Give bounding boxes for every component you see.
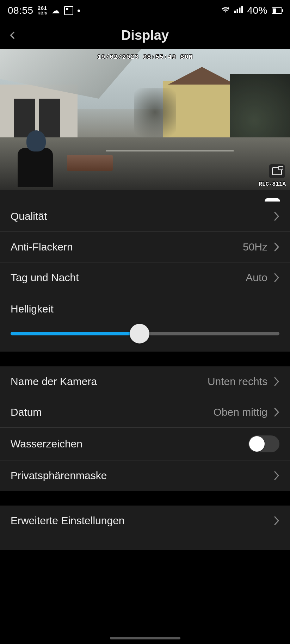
battery-percent: 40% <box>247 5 267 16</box>
osd-timestamp: 19/02/2023 08:55:49 SUN <box>97 54 193 61</box>
row-camera-name[interactable]: Name der Kamera Unten rechts <box>0 366 290 397</box>
chevron-right-icon <box>274 211 279 221</box>
row-date[interactable]: Datum Oben mittig <box>0 397 290 427</box>
brightness-label: Helligkeit <box>11 303 279 315</box>
settings-group-display: Qualität Anti-Flackern 50Hz Tag und Nach… <box>0 190 290 352</box>
status-bar: 08:55 261 KB/s ☁ 6 40% <box>0 0 290 21</box>
quality-label: Qualität <box>11 210 47 222</box>
settings-group-advanced: Erweiterte Einstellungen <box>0 506 290 550</box>
privacy-mask-label: Privatsphärenmaske <box>11 470 107 482</box>
cell-signal-icon <box>234 6 243 15</box>
status-net-speed: 261 KB/s <box>38 5 47 16</box>
svg-rect-2 <box>237 9 238 13</box>
settings-group-osd: Name der Kamera Unten rechts Datum Oben … <box>0 366 290 491</box>
anti-flicker-value: 50Hz <box>243 241 267 253</box>
more-notifications-icon <box>78 10 80 12</box>
anti-flicker-label: Anti-Flackern <box>11 241 73 253</box>
nav-handle-icon <box>110 637 180 639</box>
gallery-icon <box>64 6 73 15</box>
camera-preview[interactable]: 19/02/2023 08:55:49 SUN RLC-811A <box>0 49 290 190</box>
chevron-right-icon <box>274 407 279 417</box>
date-label: Datum <box>11 406 42 418</box>
row-partial-bottom <box>0 536 290 550</box>
status-left: 08:55 261 KB/s ☁ <box>8 5 80 16</box>
toggle-knob <box>249 436 265 452</box>
svg-rect-3 <box>239 8 241 13</box>
watermark-label: Wasserzeichen <box>11 438 82 450</box>
row-privacy-mask[interactable]: Privatsphärenmaske <box>0 460 290 491</box>
pip-icon[interactable] <box>269 164 285 178</box>
chevron-right-icon <box>274 516 279 526</box>
osd-camera-model: RLC-811A <box>259 181 286 187</box>
row-quality[interactable]: Qualität <box>0 201 290 231</box>
prev-setting-partial <box>0 190 290 201</box>
wifi-icon: 6 <box>221 6 230 15</box>
day-night-value: Auto <box>246 272 267 284</box>
back-button[interactable] <box>8 31 17 40</box>
gesture-nav-bar[interactable] <box>0 632 290 644</box>
status-time: 08:55 <box>8 5 33 16</box>
advanced-settings-label: Erweiterte Einstellungen <box>11 515 125 527</box>
row-brightness: Helligkeit <box>0 293 290 352</box>
date-value: Oben mittig <box>214 406 267 418</box>
brightness-slider-fill <box>11 332 140 335</box>
brightness-slider[interactable] <box>11 332 279 335</box>
chevron-right-icon <box>274 377 279 386</box>
brightness-slider-thumb[interactable] <box>130 324 149 343</box>
chevron-right-icon <box>274 242 279 252</box>
battery-icon <box>272 7 282 14</box>
page-title: Display <box>121 28 169 43</box>
svg-rect-1 <box>234 11 236 13</box>
chevron-right-icon <box>274 471 279 481</box>
row-watermark: Wasserzeichen <box>0 427 290 460</box>
svg-text:6: 6 <box>228 6 229 10</box>
camera-name-label: Name der Kamera <box>11 376 97 388</box>
chevron-right-icon <box>274 273 279 283</box>
status-right: 6 40% <box>221 5 282 16</box>
camera-name-value: Unten rechts <box>208 376 267 388</box>
row-day-night[interactable]: Tag und Nacht Auto <box>0 262 290 293</box>
row-advanced-settings[interactable]: Erweiterte Einstellungen <box>0 506 290 536</box>
app-header: Display <box>0 21 290 49</box>
weather-cloud-icon: ☁ <box>51 6 60 16</box>
battery-level <box>273 8 276 13</box>
day-night-label: Tag und Nacht <box>11 272 79 284</box>
watermark-toggle[interactable] <box>248 435 279 452</box>
svg-rect-4 <box>241 6 243 13</box>
row-anti-flicker[interactable]: Anti-Flackern 50Hz <box>0 231 290 262</box>
